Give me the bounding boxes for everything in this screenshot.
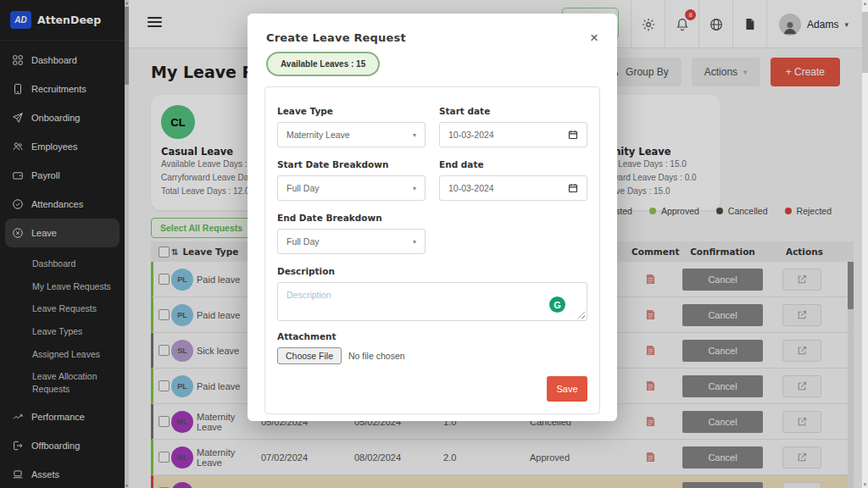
- leave-type-field: Leave Type Maternity Leave ▾: [277, 106, 426, 147]
- field-label: Start Date Breakdown: [277, 159, 426, 169]
- select-value: Full Day: [287, 236, 320, 247]
- select-value: Full Day: [287, 183, 320, 193]
- save-button[interactable]: Save: [547, 376, 587, 402]
- scroll-down-arrow[interactable]: ▼: [862, 482, 868, 487]
- scroll-up-arrow[interactable]: ▲: [862, 1, 868, 6]
- start-date-field: Start date 10-03-2024: [439, 106, 587, 147]
- field-label: Start date: [439, 106, 587, 116]
- app-root: AD AttenDeep Dashboard Recruitments Onbo…: [0, 0, 868, 488]
- end-date-input[interactable]: 10-03-2024: [439, 175, 587, 201]
- modal-header: Create Leave Request ×: [248, 14, 617, 50]
- modal-title: Create Leave Request: [266, 31, 406, 44]
- date-value: 10-03-2024: [448, 183, 494, 193]
- field-label: Leave Type: [277, 106, 426, 116]
- file-status-text: No file chosen: [348, 351, 405, 361]
- page-scrollbar[interactable]: ▲ ▼: [862, 0, 868, 488]
- field-label: Description: [277, 266, 587, 276]
- available-leaves-badge: Available Leaves : 15: [266, 52, 380, 76]
- start-date-input[interactable]: 10-03-2024: [439, 122, 587, 147]
- field-label: End date: [439, 159, 587, 169]
- modal-form: Leave Type Maternity Leave ▾ Start date …: [264, 86, 600, 414]
- grammarly-icon[interactable]: G: [549, 297, 565, 313]
- calendar-icon[interactable]: [568, 183, 578, 193]
- chevron-down-icon: ▾: [413, 238, 416, 246]
- description-field: Description G: [277, 266, 587, 321]
- description-textarea[interactable]: [277, 282, 587, 321]
- end-date-field: End date 10-03-2024: [439, 159, 587, 201]
- chevron-down-icon: ▾: [413, 185, 416, 192]
- date-value: 10-03-2024: [448, 130, 494, 140]
- create-leave-request-modal: Create Leave Request × Available Leaves …: [248, 14, 617, 421]
- start-breakdown-select[interactable]: Full Day ▾: [277, 175, 426, 201]
- calendar-icon[interactable]: [568, 130, 578, 140]
- select-value: Maternity Leave: [287, 130, 350, 140]
- choose-file-button[interactable]: Choose File: [277, 347, 342, 364]
- leave-type-select[interactable]: Maternity Leave ▾: [277, 122, 426, 147]
- chevron-down-icon: ▾: [413, 131, 416, 139]
- end-breakdown-field: End Date Breakdown Full Day ▾: [277, 213, 426, 254]
- end-breakdown-select[interactable]: Full Day ▾: [277, 229, 426, 254]
- field-label: Attachment: [277, 331, 587, 341]
- field-label: End Date Breakdown: [277, 213, 426, 223]
- attachment-field: Attachment Choose File No file chosen: [277, 331, 587, 364]
- start-breakdown-field: Start Date Breakdown Full Day ▾: [277, 159, 426, 201]
- close-icon[interactable]: ×: [590, 30, 598, 45]
- page-scrollbar-thumb[interactable]: [862, 12, 868, 73]
